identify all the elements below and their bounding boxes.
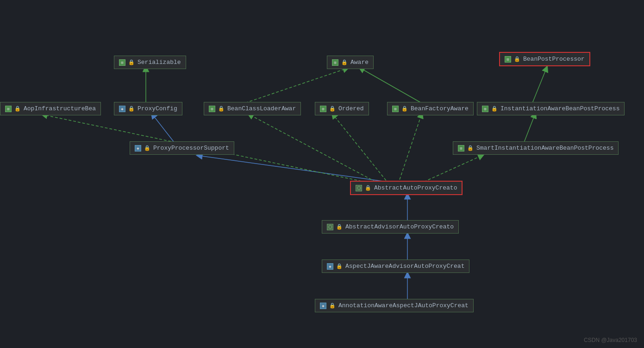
lock-icon: 🔒 [336,263,343,269]
node-aware[interactable]: ⊞ 🔒 Aware [327,56,374,69]
lock-icon: 🔒 [491,106,498,112]
node-ordered[interactable]: ⊞ 🔒 Ordered [315,102,369,115]
lock-icon: 🔒 [14,106,21,112]
node-beanpostprocessor[interactable]: ⊞ 🔒 BeanPostProcessor [499,52,590,66]
node-aopinfrastructurebea[interactable]: ⊞ 🔒 AopInfrastructureBea [0,102,101,115]
abstract-icon: ⬡ [327,224,333,230]
node-label: BeanClassLoaderAwar [227,105,296,112]
lock-icon: 🔒 [329,106,336,112]
node-label: AspectJAwareAdvisorAutoProxyCreat [345,263,464,270]
interface-icon: ⊞ [332,59,338,66]
interface-icon: ⊞ [505,56,511,63]
lock-icon: 🔒 [365,185,371,191]
lock-icon: 🔒 [467,145,474,151]
svg-line-7 [523,115,535,145]
lock-icon: 🔒 [514,56,520,62]
node-label: AbstractAutoProxyCreato [374,184,457,191]
class-icon: ◆ [119,106,125,112]
node-abstractadvisorautoproxycreator[interactable]: ⬡ 🔒 AbstractAdvisorAutoProxyCreato [322,220,459,234]
interface-icon: ⊞ [458,145,464,152]
node-beanfactoryaware[interactable]: ⊞ 🔒 BeanFactoryAware [387,102,474,115]
node-label: BeanFactoryAware [411,105,469,112]
lock-icon: 🔒 [128,106,135,112]
lock-icon: 🔒 [144,145,150,151]
svg-line-5 [361,69,421,103]
lock-icon: 🔒 [329,303,336,309]
node-beanclassloaderaware[interactable]: ⊞ 🔒 BeanClassLoaderAwar [204,102,301,115]
node-instantiationawarebeanpostprocess[interactable]: ⊞ 🔒 InstantiationAwareBeanPostProcess [477,102,625,115]
svg-line-9 [199,156,403,184]
node-label: AbstractAdvisorAutoProxyCreato [345,223,454,230]
svg-line-6 [532,69,546,103]
node-label: ProxyConfig [138,105,177,112]
abstract-icon: ⬡ [356,185,362,191]
interface-icon: ⊞ [5,106,12,112]
node-annotationawareaspectjautoproxycreator[interactable]: ◆ 🔒 AnnotationAwareAspectJAutoProxyCreat [315,299,474,312]
node-label: Aware [350,59,369,66]
interface-icon: ⊞ [209,106,215,112]
diagram-container: ⊞ 🔒 Serializable ⊞ 🔒 Aware ⊞ 🔒 BeanPostP… [0,0,644,348]
node-label: AopInfrastructureBea [24,105,96,112]
lock-icon: 🔒 [341,59,348,65]
node-label: BeanPostProcessor [523,56,585,63]
lock-icon: 🔒 [401,106,408,112]
class-icon: ◆ [135,145,141,152]
interface-icon: ⊞ [119,59,125,66]
node-label: InstantiationAwareBeanPostProcess [500,105,619,112]
interface-icon: ⊞ [392,106,399,112]
node-aspectjawareadvisorautoproxycreator[interactable]: ◆ 🔒 AspectJAwareAdvisorAutoProxyCreat [322,259,469,273]
lock-icon: 🔒 [128,59,135,65]
node-label: Serializable [138,59,181,66]
node-label: SmartInstantiationAwareBeanPostProcess [476,145,613,152]
node-abstractautoproxycreator[interactable]: ⬡ 🔒 AbstractAutoProxyCreato [350,181,463,195]
node-label: Ordered [338,105,364,112]
node-smartinstantiationawarebeanpostprocess[interactable]: ⊞ 🔒 SmartInstantiationAwareBeanPostProce… [453,141,619,155]
class-icon: ◆ [327,263,333,270]
node-proxyprocessorsupport[interactable]: ◆ 🔒 ProxyProcessorSupport [130,141,234,155]
node-proxyconfig[interactable]: ◆ 🔒 ProxyConfig [114,102,182,115]
svg-line-13 [333,115,389,184]
watermark: CSDN @Java201703 [584,337,637,343]
node-serializable[interactable]: ⊞ 🔒 Serializable [114,56,186,69]
interface-icon: ⊞ [482,106,488,112]
lock-icon: 🔒 [218,106,225,112]
svg-line-12 [250,115,380,184]
svg-line-8 [153,115,176,145]
class-icon: ◆ [320,303,326,309]
node-label: ProxyProcessorSupport [153,145,229,152]
svg-line-14 [398,115,421,184]
lock-icon: 🔒 [336,224,343,230]
node-label: AnnotationAwareAspectJAutoProxyCreat [338,302,469,309]
svg-line-4 [245,69,346,103]
interface-icon: ⊞ [320,106,326,112]
